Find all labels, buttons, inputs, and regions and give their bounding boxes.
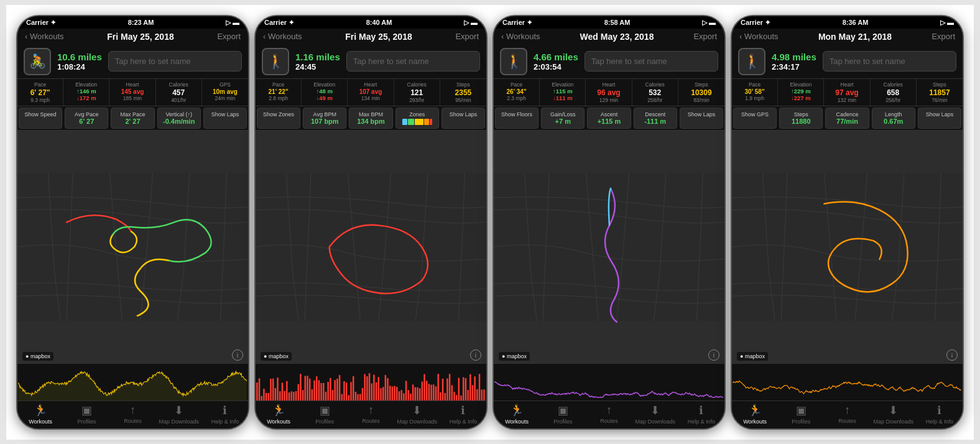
svg-rect-68 (403, 393, 404, 400)
tab-item-routes[interactable]: ↑ Routes (586, 404, 632, 425)
tab-item-routes[interactable]: ↑ Routes (824, 404, 870, 425)
nav-export[interactable]: Export (455, 32, 479, 41)
stat-cell: Steps 2355 95/min (440, 79, 486, 106)
nav-export[interactable]: Export (693, 32, 717, 41)
map-info-button[interactable]: i (232, 349, 243, 361)
mapbox-credit: ● mapbox (737, 352, 768, 361)
time: 8:36 AM (843, 19, 869, 26)
status-bar: Carrier ✦ 8:40 AM ▷ ▬ (256, 16, 486, 29)
status-icons: ▷ ▬ (464, 19, 478, 27)
action-btn-2[interactable]: Max BPM134 bpm (349, 108, 392, 129)
map-area[interactable]: ● mapboxi (17, 131, 248, 363)
nav-export[interactable]: Export (931, 32, 955, 41)
svg-rect-37 (332, 390, 333, 400)
map-info-button[interactable]: i (946, 349, 958, 361)
stat-cell: Pace 6' 27" 9.3 mph (17, 79, 63, 106)
workout-name-field[interactable]: Tap here to set name (108, 51, 242, 72)
tab-item-profiles[interactable]: ▣ Profiles (778, 404, 824, 425)
svg-rect-53 (369, 373, 370, 400)
tab-item-workouts[interactable]: 🏃 Workouts (256, 404, 302, 425)
tab-item-profiles[interactable]: ▣ Profiles (302, 404, 348, 425)
action-btn-0[interactable]: Show Floors (495, 108, 539, 129)
svg-rect-20 (293, 392, 294, 400)
tab-item-help[interactable]: ℹ Help & Info (440, 404, 486, 425)
svg-rect-41 (341, 394, 343, 400)
svg-rect-38 (335, 380, 336, 400)
tab-item-workouts[interactable]: 🏃 Workouts (494, 404, 540, 425)
phone-phone1: Carrier ✦ 8:23 AM ▷ ▬ ‹ Workouts Fri May… (16, 15, 249, 430)
workout-name-field[interactable]: Tap here to set name (585, 51, 718, 72)
tab-item-workouts[interactable]: 🏃 Workouts (732, 404, 778, 425)
svg-rect-22 (298, 384, 299, 400)
nav-bar: ‹ Workouts Fri May 25, 2018 Export (17, 29, 248, 45)
stat-cell: Pace 26' 34" 2.3 mph (494, 79, 540, 106)
stat-cell: Elevation ↑115 m ↓111 m (540, 79, 586, 106)
tab-item-workouts[interactable]: 🏃 Workouts (17, 404, 63, 425)
action-btn-3[interactable]: Vertical (↑)-0.4m/min (157, 108, 201, 129)
nav-back[interactable]: ‹ Workouts (263, 32, 302, 41)
tab-item-profiles[interactable]: ▣ Profiles (63, 404, 109, 425)
map-area[interactable]: ● mapboxi (732, 131, 963, 363)
action-btn-2[interactable]: Max Pace2' 27 (111, 108, 154, 129)
tab-label-routes: Routes (838, 418, 856, 424)
action-btn-4[interactable]: Show Laps (441, 108, 485, 129)
tab-item-help[interactable]: ℹ Help & Info (202, 404, 248, 425)
svg-rect-61 (387, 378, 388, 400)
workout-name-field[interactable]: Tap here to set name (823, 51, 956, 72)
map-info-button[interactable]: i (708, 349, 719, 361)
action-btn-0[interactable]: Show Speed (19, 108, 62, 129)
action-bar: Show GPSSteps11880Cadence77/minLength0.6… (732, 106, 963, 131)
tab-item-routes[interactable]: ↑ Routes (109, 404, 155, 425)
svg-rect-67 (400, 390, 402, 400)
tab-item-profiles[interactable]: ▣ Profiles (540, 404, 586, 425)
action-btn-2[interactable]: Cadence77/min (825, 108, 869, 129)
nav-back[interactable]: ‹ Workouts (25, 32, 64, 41)
svg-rect-70 (408, 390, 409, 400)
nav-back[interactable]: ‹ Workouts (501, 32, 540, 41)
map-area[interactable]: ● mapboxi (494, 131, 724, 363)
tab-icon-profiles: ▣ (558, 404, 568, 417)
workout-time: 2:34:17 (772, 62, 816, 72)
svg-rect-87 (446, 378, 448, 400)
svg-rect-32 (320, 382, 321, 400)
tab-icon-routes: ↑ (130, 404, 136, 417)
svg-rect-6 (261, 395, 262, 400)
tab-item-mapdownloads[interactable]: ⬇ Map Downloads (394, 404, 440, 425)
nav-back[interactable]: ‹ Workouts (739, 32, 779, 41)
action-btn-4[interactable]: Show Laps (918, 108, 961, 129)
tab-item-mapdownloads[interactable]: ⬇ Map Downloads (871, 404, 917, 425)
action-btn-4[interactable]: Show Laps (680, 108, 723, 129)
svg-rect-34 (325, 391, 326, 400)
status-bar: Carrier ✦ 8:58 AM ▷ ▬ (494, 16, 724, 29)
svg-rect-102 (481, 389, 483, 400)
workout-header: 🚶 1.16 miles 24:45 Tap here to set name (256, 45, 486, 79)
tab-item-routes[interactable]: ↑ Routes (348, 404, 394, 425)
action-btn-4[interactable]: Show Laps (203, 108, 247, 129)
tab-item-mapdownloads[interactable]: ⬇ Map Downloads (632, 404, 678, 425)
action-btn-0[interactable]: Show GPS (733, 108, 777, 129)
action-btn-1[interactable]: Avg Pace6' 27 (65, 108, 108, 129)
action-btn-3[interactable]: Zones (395, 108, 439, 129)
tab-icon-routes: ↑ (368, 404, 374, 417)
action-btn-2[interactable]: Ascent+115 m (587, 108, 631, 129)
status-bar: Carrier ✦ 8:23 AM ▷ ▬ (17, 16, 248, 29)
map-area[interactable]: ● mapboxi (256, 131, 486, 363)
nav-export[interactable]: Export (217, 32, 241, 41)
action-btn-3[interactable]: Length0.67m (872, 108, 915, 129)
action-btn-3[interactable]: Descent-111 m (634, 108, 677, 129)
svg-rect-36 (330, 377, 331, 400)
tab-item-mapdownloads[interactable]: ⬇ Map Downloads (156, 404, 202, 425)
chart-area (17, 363, 248, 400)
action-btn-0[interactable]: Show Zones (257, 108, 300, 129)
workout-name-field[interactable]: Tap here to set name (346, 51, 480, 72)
tab-item-help[interactable]: ℹ Help & Info (678, 404, 724, 425)
action-btn-1[interactable]: Avg BPM107 bpm (303, 108, 346, 129)
svg-rect-29 (313, 380, 315, 400)
action-btn-1[interactable]: Gain/Loss+7 m (541, 108, 585, 129)
stats-grid: Pace 21' 22" 2.8 mph Elevation ↑48 m ↓49… (256, 79, 486, 106)
svg-rect-78 (426, 381, 427, 400)
tab-item-help[interactable]: ℹ Help & Info (917, 404, 963, 425)
action-btn-1[interactable]: Steps11880 (779, 108, 823, 129)
map-info-button[interactable]: i (470, 349, 481, 361)
stat-cell: GPS 10m avg 24m min (202, 79, 248, 106)
